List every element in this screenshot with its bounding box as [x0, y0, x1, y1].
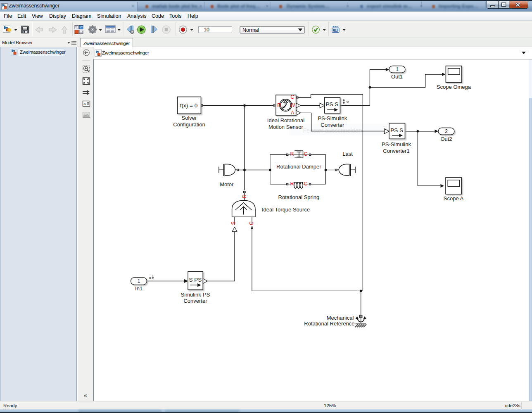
svg-text:C: C	[290, 94, 294, 100]
svg-text:Ideal Rotational: Ideal Rotational	[267, 117, 304, 123]
svg-text:Simulink-PS: Simulink-PS	[181, 292, 210, 298]
svg-text:R: R	[290, 181, 294, 187]
svg-text:1: 1	[396, 66, 399, 72]
svg-text:Fenster ausschneiden: Fenster ausschneiden	[303, 127, 362, 134]
svg-text:Scope A: Scope A	[444, 195, 464, 202]
svg-text:2: 2	[445, 128, 448, 134]
svg-text:Solver: Solver	[182, 115, 197, 121]
svg-text:×: ×	[346, 100, 349, 104]
svg-text:C: C	[304, 151, 307, 157]
svg-text:Out2: Out2	[440, 136, 452, 142]
svg-text:Motion Sensor: Motion Sensor	[268, 124, 303, 130]
svg-text:S PS: S PS	[189, 277, 202, 283]
svg-text:Mechanical: Mechanical	[327, 315, 354, 321]
svg-text:PS S: PS S	[326, 101, 339, 107]
svg-text:Configuration: Configuration	[173, 121, 205, 128]
svg-text:Rotational Spring: Rotational Spring	[278, 194, 320, 200]
svg-text:Ideal Torque Source: Ideal Torque Source	[262, 206, 310, 213]
svg-text:C: C	[304, 181, 307, 187]
svg-text:Rotational Reference: Rotational Reference	[304, 320, 354, 327]
svg-text:C: C	[249, 221, 254, 225]
svg-text:PS-Simulink: PS-Simulink	[382, 141, 411, 147]
svg-text:Converter: Converter	[321, 122, 344, 128]
svg-text:In1: In1	[135, 285, 142, 292]
svg-text:A: A	[83, 102, 86, 106]
svg-text:Out1: Out1	[391, 74, 403, 80]
svg-text:Motor: Motor	[220, 181, 234, 188]
svg-text:Converter: Converter	[183, 298, 207, 304]
svg-text:Rotational Damper: Rotational Damper	[276, 164, 321, 170]
svg-text:Converter1: Converter1	[383, 148, 409, 154]
svg-text:PS-Simulink: PS-Simulink	[318, 115, 347, 121]
svg-text:R: R	[290, 151, 294, 157]
svg-text:1: 1	[138, 278, 140, 284]
svg-text:f(x) = 0: f(x) = 0	[180, 102, 197, 109]
svg-text:W: W	[290, 102, 295, 108]
svg-text:10: 10	[204, 27, 209, 33]
svg-text:S: S	[230, 221, 236, 225]
svg-text:PS S: PS S	[390, 127, 403, 133]
svg-text:R: R	[242, 195, 247, 198]
svg-text:Last: Last	[342, 151, 353, 157]
svg-text:×: ×	[149, 275, 151, 280]
svg-text:R: R	[277, 102, 281, 108]
svg-text:Normal: Normal	[242, 27, 259, 33]
svg-text:A: A	[291, 110, 294, 116]
svg-text:Scope Omega: Scope Omega	[437, 84, 471, 90]
